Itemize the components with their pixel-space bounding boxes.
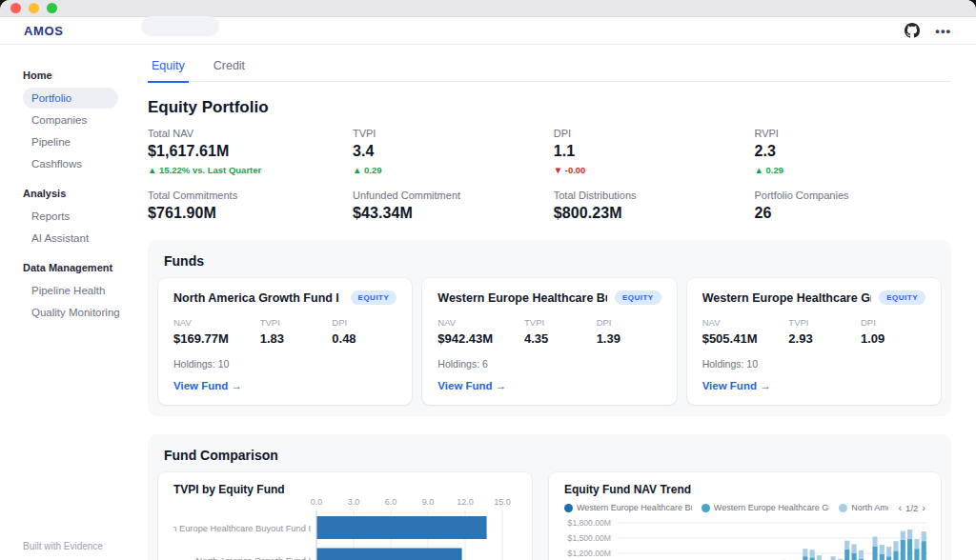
funds-section-title: Funds [164, 253, 941, 269]
tvpi-chart-title: TVPI by Equity Fund [173, 483, 517, 496]
sidebar-section-data-management: Data Management [23, 262, 118, 273]
view-fund-link[interactable]: View Fund → [437, 380, 506, 391]
legend-next-icon[interactable]: › [922, 502, 925, 513]
github-icon[interactable] [905, 23, 920, 38]
funds-section: Funds North America Growth Fund I EQUITY… [148, 240, 951, 416]
fund-name: Western Europe Healthcare Growth Fund I [702, 291, 872, 305]
window-titlebar [0, 0, 976, 17]
legend-prev-icon[interactable]: ‹ [898, 502, 902, 513]
fund-comparison-section: Fund Comparison TVPI by Equity Fund 0.03… [148, 434, 951, 560]
sidebar-section-home: Home [23, 70, 118, 81]
legend-item-we-buyout[interactable]: Western Europe Healthcare Buyout Fund I [564, 503, 692, 512]
sidebar-item-pipeline[interactable]: Pipeline [23, 131, 118, 152]
svg-text:3.0: 3.0 [348, 497, 360, 507]
page-title: Equity Portfolio [148, 98, 951, 117]
window-close-button[interactable] [10, 3, 21, 13]
view-fund-link[interactable]: View Fund → [702, 380, 771, 391]
main-content: Equity Credit Equity Portfolio Total NAV… [124, 45, 976, 560]
legend-dot [702, 504, 710, 512]
sidebar-section-analysis: Analysis [23, 188, 118, 199]
equity-badge: EQUITY [615, 290, 661, 305]
nav-trend-chart-title: Equity Fund NAV Trend [564, 483, 925, 496]
kpi-dpi: DPI 1.1 ▼ -0.00 [554, 128, 755, 175]
svg-text:15.0: 15.0 [494, 497, 511, 507]
sidebar-item-portfolio[interactable]: Portfolio [23, 88, 118, 109]
more-menu-icon[interactable]: ••• [935, 25, 951, 37]
legend-item-na-growth[interactable]: North America Growth Fund I [839, 503, 888, 512]
window-minimize-button[interactable] [29, 3, 39, 13]
svg-text:0.0: 0.0 [311, 497, 323, 507]
sidebar-item-reports[interactable]: Reports [23, 206, 118, 227]
tab-equity[interactable]: Equity [148, 52, 189, 81]
kpi-delta: ▲ 15.22% vs. Last Quarter [148, 165, 353, 175]
brand-logo: AMOS [24, 24, 63, 38]
svg-text:Western Europe Healthcare Buyo: Western Europe Healthcare Buyout Fund I [173, 524, 311, 533]
window-zoom-button[interactable] [47, 3, 57, 13]
kpi-unfunded-commitment: Unfunded Commitment $43.34M [353, 190, 554, 222]
kpi-portfolio-companies: Portfolio Companies 26 [754, 190, 951, 222]
tab-credit[interactable]: Credit [210, 52, 249, 81]
app-window: AMOS ••• Home Portfolio Companies Pipeli… [0, 0, 976, 560]
view-fund-link[interactable]: View Fund → [173, 380, 242, 391]
legend-item-we-growth[interactable]: Western Europe Healthcare Growth Fund I [702, 503, 830, 512]
fund-comparison-title: Fund Comparison [164, 448, 941, 463]
sidebar: Home Portfolio Companies Pipeline Cashfl… [0, 45, 124, 560]
svg-text:$1,800.00M: $1,800.00M [568, 518, 611, 528]
kpi-delta: ▲ 0.29 [754, 165, 951, 175]
kpi-rvpi: RVPI 2.3 ▲ 0.29 [754, 128, 951, 175]
kpi-total-nav: Total NAV $1,617.61M ▲ 15.22% vs. Last Q… [148, 128, 353, 175]
fund-card-we-healthcare-growth: Western Europe Healthcare Growth Fund I … [687, 278, 941, 405]
sidebar-item-companies[interactable]: Companies [23, 110, 118, 130]
kpi-delta: ▲ 0.29 [353, 165, 554, 175]
kpi-tvpi: TVPI 3.4 ▲ 0.29 [353, 128, 554, 175]
built-with-evidence-label: Built with Evidence [23, 541, 103, 551]
sidebar-item-pipeline-health[interactable]: Pipeline Health [23, 280, 118, 301]
holdings-label: Holdings: 6 [437, 358, 661, 370]
sidebar-item-quality-monitoring[interactable]: Quality Monitoring [23, 302, 118, 323]
svg-text:North America Growth Fund I: North America Growth Fund I [196, 556, 311, 560]
fund-card-we-healthcare-buyout: Western Europe Healthcare Buyout Fund I … [422, 278, 676, 405]
fund-name: Western Europe Healthcare Buyout Fund I [437, 291, 607, 305]
kpi-total-commitments: Total Commitments $761.90M [148, 190, 353, 222]
kpi-grid: Total NAV $1,617.61M ▲ 15.22% vs. Last Q… [148, 128, 951, 222]
kpi-delta: ▼ -0.00 [554, 165, 755, 175]
nav-trend-stacked-chart: $0.00M$300.00M$600.00M$900.00M$1,200.00M… [564, 513, 925, 560]
legend-page-indicator: 1/2 [905, 503, 918, 513]
svg-text:9.0: 9.0 [422, 497, 435, 507]
kpi-total-distributions: Total Distributions $800.23M [554, 190, 755, 222]
fund-name: North America Growth Fund I [173, 291, 339, 305]
legend-pager: ‹ 1/2 › [898, 502, 925, 513]
nav-trend-chart-card: Equity Fund NAV Trend Western Europe Hea… [549, 472, 941, 560]
tab-bar: Equity Credit [148, 52, 951, 82]
svg-text:12.0: 12.0 [457, 497, 474, 507]
chart-legend: Western Europe Healthcare Buyout Fund I … [564, 502, 925, 513]
svg-text:$1,200.00M: $1,200.00M [568, 549, 611, 558]
sidebar-item-ai-assistant[interactable]: AI Assistant [23, 228, 118, 249]
tvpi-bar-chart: 0.03.06.09.012.015.0Western Europe Healt… [173, 496, 517, 560]
blurred-element [141, 16, 219, 36]
tvpi-chart-card: TVPI by Equity Fund 0.03.06.09.012.015.0… [158, 472, 532, 560]
equity-badge: EQUITY [879, 290, 925, 305]
legend-dot [839, 504, 847, 512]
svg-text:$1,500.00M: $1,500.00M [568, 533, 611, 543]
svg-text:6.0: 6.0 [385, 497, 397, 507]
holdings-label: Holdings: 10 [702, 358, 925, 370]
holdings-label: Holdings: 10 [173, 358, 396, 370]
fund-card-north-america-growth: North America Growth Fund I EQUITY NAV$1… [158, 278, 412, 405]
equity-badge: EQUITY [351, 290, 397, 305]
sidebar-item-cashflows[interactable]: Cashflows [23, 153, 118, 174]
legend-dot [564, 504, 573, 512]
